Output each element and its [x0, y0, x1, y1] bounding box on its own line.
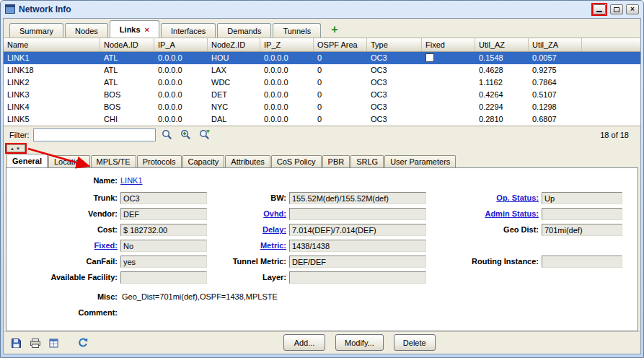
table-cell: 0.0.0.0: [260, 89, 314, 101]
bw-field[interactable]: 155.52M(def)/155.52M(def): [289, 192, 426, 204]
misc-label: Misc:: [6, 292, 120, 301]
filter-bar: Filter: 18 of 18: [4, 126, 640, 143]
save-icon[interactable]: [9, 336, 23, 349]
routing-instance-field[interactable]: [542, 256, 622, 268]
collapse-expand-button[interactable]: ▲▼: [6, 144, 25, 152]
table-cell: 0.0.0.0: [154, 77, 208, 89]
table-cell: 0.0.0.0: [154, 52, 208, 64]
add-tab-button[interactable]: +: [327, 22, 342, 38]
tab-links[interactable]: Links ×: [110, 20, 159, 38]
tunnel-metric-field[interactable]: DEF/DEF: [289, 256, 426, 268]
table-cell-fixed: [422, 77, 475, 89]
delay-field[interactable]: 7.014(DEF)/7.014(DEF): [289, 224, 426, 236]
table-row[interactable]: LINK1 ATL 0.0.0.0 HOU 0.0.0.0 0 OC3 0.15…: [4, 52, 640, 64]
admin-status-link[interactable]: Admin Status:: [485, 209, 539, 218]
op-status-field[interactable]: Up: [542, 192, 622, 204]
tab-summary[interactable]: Summary: [9, 23, 63, 38]
fixed-checkbox[interactable]: [425, 53, 434, 62]
table-cell: OC3: [367, 77, 422, 89]
table-cell: 0.1298: [529, 101, 582, 113]
detail-tab-protocols[interactable]: Protocols: [137, 155, 182, 167]
table-cell: 0: [314, 113, 367, 126]
tab-nodes[interactable]: Nodes: [65, 23, 108, 38]
metric-link[interactable]: Metric:: [260, 241, 286, 250]
admin-status-field[interactable]: [542, 208, 622, 220]
minimize-button[interactable]: [593, 4, 606, 14]
cost-field[interactable]: $ 182732.00: [120, 224, 207, 236]
report-icon[interactable]: [47, 336, 61, 349]
maximize-button[interactable]: [610, 4, 623, 14]
search-icon[interactable]: [159, 128, 175, 141]
detail-tab-pbr[interactable]: PBR: [322, 155, 350, 167]
op-status-link[interactable]: Op. Status:: [496, 193, 539, 202]
column-header-nodez[interactable]: NodeZ.ID: [208, 38, 260, 51]
table-row[interactable]: LINK2 ATL 0.0.0.0 WDC 0.0.0.0 0 OC3 1.11…: [4, 77, 640, 89]
close-button[interactable]: ×: [626, 4, 639, 14]
tab-tunnels[interactable]: Tunnels: [273, 23, 321, 38]
column-header-ipz[interactable]: IP_Z: [260, 38, 314, 51]
table-cell: DET: [208, 89, 260, 101]
table-row[interactable]: LINK3 BOS 0.0.0.0 DET 0.0.0.0 0 OC3 0.42…: [4, 89, 640, 101]
table-cell: LINK1: [4, 52, 100, 64]
detail-tab-capacity[interactable]: Capacity: [182, 155, 225, 167]
refresh-icon[interactable]: [76, 336, 89, 349]
table-cell: HOU: [208, 52, 260, 64]
advanced-search-icon[interactable]: [197, 128, 212, 141]
table-cell: 0.0.0.0: [260, 77, 314, 89]
layer-label: Layer:: [207, 273, 289, 281]
vendor-field[interactable]: DEF: [120, 208, 207, 220]
column-header-type[interactable]: Type: [367, 38, 422, 51]
table-row[interactable]: LINK4 BOS 0.0.0.0 NYC 0.0.0.0 0 OC3 0.22…: [4, 101, 640, 113]
column-header-utilaz[interactable]: Util_AZ: [475, 38, 529, 51]
detail-tab-cos-policy[interactable]: CoS Policy: [271, 155, 322, 167]
ovhd-field[interactable]: [289, 208, 426, 220]
tab-close-icon[interactable]: ×: [145, 25, 149, 34]
detail-tab-location[interactable]: Location: [48, 155, 90, 167]
detail-tab-mplste[interactable]: MPLS/TE: [91, 155, 136, 167]
column-header-nodea[interactable]: NodeA.ID: [100, 38, 154, 51]
canfail-label: CanFail:: [6, 257, 120, 266]
filter-input[interactable]: [33, 128, 156, 141]
layer-field[interactable]: [289, 271, 426, 284]
detail-tab-user-parameters[interactable]: User Parameters: [384, 155, 456, 167]
link-name-link[interactable]: LINK1: [120, 176, 143, 185]
detail-tab-srlg[interactable]: SRLG: [350, 155, 384, 167]
cost-label: Cost:: [6, 225, 120, 234]
add-button[interactable]: Add...: [283, 334, 325, 351]
table-row[interactable]: LINK18 ATL 0.0.0.0 LAX 0.0.0.0 0 OC3 0.4…: [4, 64, 640, 77]
geo-dist-field[interactable]: 701mi(def): [542, 224, 622, 236]
modify-button[interactable]: Modify...: [335, 334, 384, 351]
table-cell: OC3: [367, 101, 422, 113]
tab-interfaces[interactable]: Interfaces: [161, 23, 216, 38]
table-cell: 0: [314, 64, 367, 77]
metric-field[interactable]: 1438/1438: [289, 240, 426, 252]
table-cell: BOS: [100, 89, 154, 101]
column-header-ipa[interactable]: IP_A: [154, 38, 208, 51]
column-header-name[interactable]: Name: [4, 38, 100, 51]
titlebar: Network Info ×: [1, 1, 643, 18]
ovhd-link[interactable]: Ovhd:: [263, 209, 286, 218]
tunnel-metric-label: Tunnel Metric:: [207, 257, 289, 266]
close-icon: ×: [630, 6, 635, 13]
available-facility-field[interactable]: [120, 271, 207, 284]
column-header-fixed[interactable]: Fixed: [422, 38, 475, 51]
delay-link[interactable]: Delay:: [263, 225, 286, 234]
print-icon[interactable]: [28, 336, 42, 349]
column-header-ospf[interactable]: OSPF Area: [314, 38, 367, 51]
maximize-icon: [614, 7, 619, 12]
footer-toolbar: Add... Modify... Delete: [4, 331, 640, 354]
fixed-link[interactable]: Fixed:: [94, 241, 118, 250]
detail-tab-general[interactable]: General: [6, 154, 48, 167]
canfail-field[interactable]: yes: [120, 256, 207, 268]
column-header-utilza[interactable]: Util_ZA: [529, 38, 582, 51]
zoom-plus-icon[interactable]: [178, 128, 193, 141]
table-row[interactable]: LINK5 CHI 0.0.0.0 DAL 0.0.0.0 0 OC3 0.28…: [4, 113, 640, 126]
delete-button[interactable]: Delete: [394, 334, 436, 351]
bw-label: BW:: [207, 193, 289, 202]
detail-tab-attributes[interactable]: Attributes: [225, 155, 270, 167]
table-cell: 0.9275: [529, 64, 582, 77]
fixed-field[interactable]: No: [120, 240, 207, 252]
name-label: Name:: [6, 176, 120, 185]
tab-demands[interactable]: Demands: [217, 23, 271, 38]
trunk-field[interactable]: OC3: [120, 192, 207, 204]
